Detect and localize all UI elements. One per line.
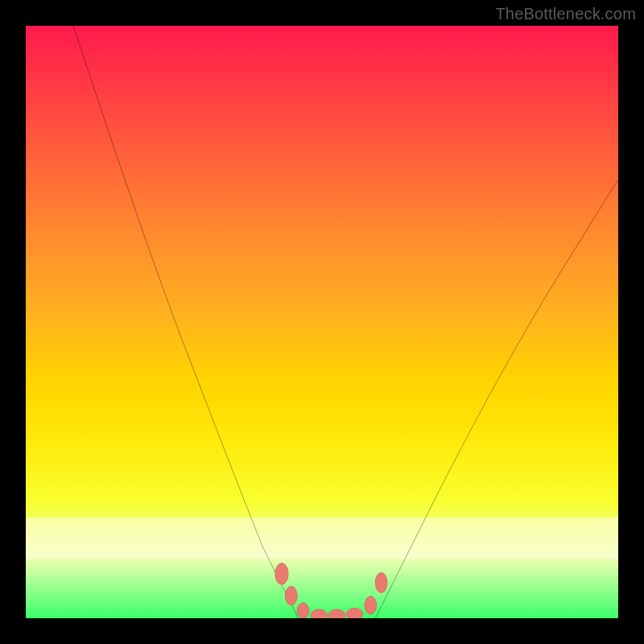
valley-marker <box>375 572 387 592</box>
chart-frame: TheBottleneck.com <box>0 0 644 644</box>
valley-marker <box>285 586 297 605</box>
valley-markers-group <box>275 564 387 618</box>
valley-marker <box>275 564 288 584</box>
valley-marker <box>346 608 363 618</box>
valley-marker <box>328 609 345 618</box>
watermark-text: TheBottleneck.com <box>495 5 636 23</box>
valley-marker <box>365 597 377 614</box>
chart-highlight-band <box>26 518 618 559</box>
valley-marker <box>297 603 309 618</box>
plot-area <box>26 26 618 618</box>
valley-marker <box>311 609 328 618</box>
